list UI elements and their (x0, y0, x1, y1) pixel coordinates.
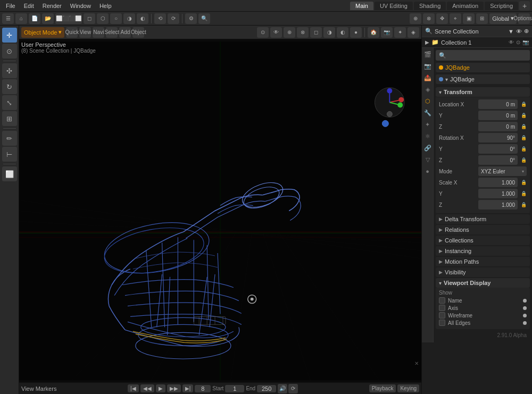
prop-icon-modifier[interactable]: 🔧 (422, 107, 433, 118)
prop-icon-output[interactable]: 📤 (422, 72, 433, 83)
toolbar-icon-r5[interactable]: ▣ (463, 13, 475, 24)
viewport-close-btn[interactable]: ✕ (414, 361, 419, 366)
rotation-z-lock[interactable]: 🔒 (521, 157, 527, 163)
sync-icon[interactable]: ⟳ (288, 384, 298, 393)
outliner-filter-icon[interactable]: ▼ (508, 28, 514, 35)
tab-animation[interactable]: Animation (447, 2, 484, 10)
collections-section[interactable]: ▶ Collections (436, 236, 530, 245)
vp-overlay-3[interactable]: ⊕ (284, 27, 295, 38)
vp-shading-4[interactable]: ● (350, 27, 362, 38)
toolbar-icon-r3[interactable]: ✥ (436, 13, 448, 24)
menu-file[interactable]: File (2, 2, 19, 10)
tab-shading[interactable]: Shading (414, 2, 446, 10)
toolbar-icon-12[interactable]: ⟳ (168, 13, 179, 24)
prop-icon-material[interactable]: ● (422, 166, 433, 177)
vp-icon-a[interactable]: 🏠 (368, 27, 379, 38)
end-frame[interactable] (257, 385, 276, 392)
quick-btn[interactable]: Quick (66, 27, 78, 38)
scale-y-lock[interactable]: 🔒 (521, 191, 527, 196)
prop-icon-constraints[interactable]: 🔗 (422, 142, 433, 153)
tool-transform[interactable]: ⊞ (2, 111, 17, 126)
vp-shading-3[interactable]: ◐ (337, 27, 348, 38)
3d-viewport[interactable]: Object Mode ▾ Quick View Navi Select Add… (19, 26, 421, 394)
show-axis-checkbox[interactable] (439, 305, 445, 311)
rotation-x-value[interactable]: 90° (478, 133, 518, 142)
select-btn[interactable]: Select (106, 27, 118, 38)
toolbar-icon-5[interactable]: ⬜⬛⬛⬜ (55, 13, 82, 24)
rotation-x-lock[interactable]: 🔒 (521, 135, 527, 140)
object-btn[interactable]: Object (132, 27, 144, 38)
pivot-dropdown[interactable]: Global ▾ (489, 13, 517, 24)
audio-icon[interactable]: 🔊 (278, 384, 287, 393)
rotation-mode-dropdown[interactable]: XYZ Euler ▾ (478, 166, 527, 176)
props-search-input[interactable] (448, 52, 527, 58)
tool-select[interactable]: ✛ (2, 28, 17, 43)
collection-render[interactable]: 📷 (522, 39, 529, 45)
tool-cursor[interactable]: ⊙ (2, 44, 17, 58)
step-fwd-btn[interactable]: ▶▶ (167, 384, 181, 392)
keying-btn[interactable]: Keying (397, 384, 419, 392)
playback-btn[interactable]: Playback (369, 384, 396, 392)
vp-shading-2[interactable]: ◑ (323, 27, 335, 38)
toolbar-icon-10[interactable]: ◐ (137, 13, 148, 24)
object-name[interactable]: JQBadge (445, 64, 527, 71)
prop-icon-particles[interactable]: ✦ (422, 119, 433, 130)
options-btn[interactable]: Options▾ (518, 13, 530, 24)
collection-expand[interactable]: ▶ (425, 39, 429, 45)
toolbar-icon-r2[interactable]: ⊗ (423, 13, 435, 24)
add-workspace-button[interactable]: + (519, 1, 530, 11)
data-name[interactable]: JQBadge (450, 76, 527, 82)
visibility-section[interactable]: ▶ Visibility (436, 267, 530, 277)
toolbar-icon-r6[interactable]: ⊞ (476, 13, 488, 24)
menu-window[interactable]: Window (66, 2, 95, 10)
outliner-icon-1[interactable]: 👁 (516, 28, 522, 35)
scale-y-value[interactable]: 1.000 (478, 189, 518, 198)
location-z-value[interactable]: 0 m (478, 122, 518, 131)
vp-icon-b[interactable]: 📷 (381, 27, 393, 38)
toolbar-icon-9[interactable]: ◑ (123, 13, 135, 24)
collection-eye[interactable]: 👁 (509, 39, 514, 45)
tool-rotate[interactable]: ↻ (2, 79, 17, 94)
tool-annotate[interactable]: ✏ (2, 131, 17, 146)
toolbar-icon-13[interactable]: ⚙ (185, 13, 197, 24)
tab-scripting[interactable]: Scripting (485, 2, 518, 10)
rotation-y-lock[interactable]: 🔒 (521, 146, 527, 152)
scale-x-value[interactable]: 1.000 (478, 178, 518, 187)
scale-x-lock[interactable]: 🔒 (521, 180, 527, 185)
tab-main[interactable]: Main (350, 2, 373, 10)
motion-paths-section[interactable]: ▶ Motion Paths (436, 257, 530, 266)
location-y-lock[interactable]: 🔒 (521, 113, 527, 118)
prop-icon-physics[interactable]: ⚛ (422, 131, 433, 141)
view-btn[interactable]: View (79, 27, 91, 38)
collection-vis[interactable]: ⊙ (516, 39, 520, 45)
view-label[interactable]: View (21, 385, 34, 392)
location-x-value[interactable]: 0 m (478, 99, 518, 109)
location-z-lock[interactable]: 🔒 (521, 124, 527, 129)
toolbar-icon-7[interactable]: ⬡ (97, 13, 109, 24)
markers-label[interactable]: Markers (36, 385, 57, 392)
step-back-btn[interactable]: ◀◀ (140, 384, 154, 392)
delta-transform-section[interactable]: ▶ Delta Transform (436, 214, 530, 224)
start-frame[interactable] (225, 385, 244, 392)
navi-btn[interactable]: Navi (93, 27, 104, 38)
prop-icon-scene[interactable]: 🎬 (422, 49, 433, 60)
toolbar-icon-r4[interactable]: ⌖ (450, 13, 461, 24)
scale-z-value[interactable]: 1.000 (478, 200, 518, 209)
prop-icon-object[interactable]: ⬡ (422, 96, 433, 106)
toolbar-icon-8[interactable]: ○ (110, 13, 122, 24)
location-y-value[interactable]: 0 m (478, 111, 518, 120)
prop-icon-view[interactable]: ◈ (422, 84, 433, 95)
play-btn[interactable]: ▶ (156, 384, 165, 392)
jump-start-btn[interactable]: |◀ (128, 384, 139, 392)
toolbar-icon-r1[interactable]: ⊕ (410, 13, 421, 24)
tool-scale[interactable]: ⤡ (2, 95, 17, 110)
rotation-y-value[interactable]: 0° (478, 144, 518, 154)
toolbar-icon-2[interactable]: ⌂ (15, 13, 27, 24)
tool-cube[interactable]: ⬜ (2, 166, 17, 181)
rotation-z-value[interactable]: 0° (478, 155, 518, 165)
vp-icon-c[interactable]: ✦ (394, 27, 406, 38)
toolbar-icon-open[interactable]: 📂 (42, 13, 54, 24)
transform-header[interactable]: ▾ Transform (436, 87, 530, 97)
menu-help[interactable]: Help (96, 2, 115, 10)
vp-overlay-2[interactable]: 👁 (270, 27, 282, 38)
